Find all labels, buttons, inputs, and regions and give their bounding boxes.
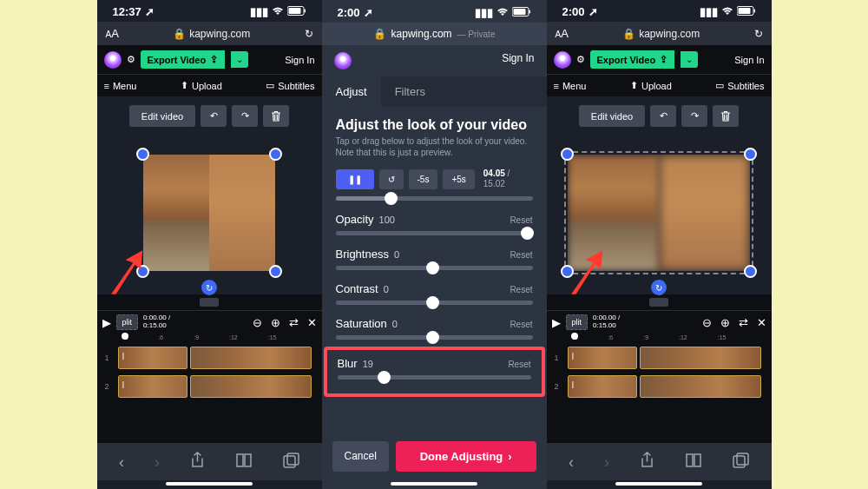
clip-2b[interactable] [190, 375, 312, 398]
sign-in-link[interactable]: Sign In [502, 52, 534, 69]
clip-2[interactable]: I [568, 375, 637, 398]
seek-thumb[interactable] [385, 192, 398, 205]
export-video-button[interactable]: Export Video⇪ [590, 50, 675, 69]
resize-handle-br[interactable] [744, 265, 757, 278]
export-dropdown[interactable]: ⌄ [681, 51, 698, 68]
zoom-out-icon[interactable]: ⊖ [702, 316, 712, 329]
clip-1[interactable]: I [118, 347, 187, 369]
reload-icon[interactable]: ↻ [754, 28, 763, 40]
edit-video-button[interactable]: Edit video [129, 105, 195, 127]
seek-slider[interactable] [336, 196, 533, 201]
resize-handle-br[interactable] [269, 265, 282, 278]
zoom-in-icon[interactable]: ⊕ [271, 316, 280, 329]
avatar[interactable] [104, 51, 122, 69]
reload-icon[interactable]: ↻ [305, 28, 313, 40]
share-icon[interactable] [640, 452, 654, 473]
share-icon[interactable] [190, 452, 205, 473]
text-size-control[interactable]: AA [556, 27, 569, 40]
timeline-ruler[interactable]: :3:6:9:12:15 [547, 334, 772, 341]
tab-filters[interactable]: Filters [381, 76, 439, 107]
canvas-area[interactable]: ↻ [547, 135, 772, 294]
text-size-control[interactable]: AA [106, 27, 119, 40]
bookmarks-icon[interactable] [685, 453, 702, 472]
reset-brightness[interactable]: Reset [510, 250, 532, 260]
sign-in-link[interactable]: Sign In [734, 55, 764, 65]
timeline-tracks[interactable]: 1 I 2 I [547, 341, 772, 406]
fit-icon[interactable]: ⇄ [289, 316, 299, 329]
back-icon[interactable]: ‹ [119, 453, 124, 472]
resize-handle-tr[interactable] [269, 148, 282, 161]
tab-adjust[interactable]: Adjust [322, 76, 381, 107]
clip-1[interactable]: I [568, 347, 637, 369]
pause-button[interactable]: ❚❚ [336, 169, 374, 189]
resize-handle-tr[interactable] [744, 148, 757, 161]
export-dropdown[interactable]: ⌄ [231, 51, 248, 68]
forward-icon[interactable]: › [155, 453, 160, 472]
saturation-thumb[interactable] [426, 331, 439, 344]
delete-button[interactable] [713, 105, 739, 127]
close-timeline-icon[interactable]: ✕ [307, 316, 317, 329]
menu-button[interactable]: ≡ Menu [104, 80, 137, 91]
tabs-icon[interactable] [283, 453, 299, 473]
zoom-out-icon[interactable]: ⊖ [253, 316, 262, 329]
reset-blur[interactable]: Reset [508, 360, 530, 369]
upload-button[interactable]: ⬆ Upload [630, 80, 672, 91]
edit-video-button[interactable]: Edit video [579, 105, 645, 127]
canvas-area[interactable]: ↻ [97, 135, 322, 294]
export-video-button[interactable]: Export Video⇪ [141, 50, 226, 69]
resize-handle-bl[interactable] [561, 265, 574, 278]
play-button[interactable]: ▶ [552, 316, 561, 329]
timeline-ruler[interactable]: :3:6:9:12:15 [97, 334, 322, 341]
rotate-handle[interactable]: ↻ [201, 280, 217, 295]
video-clip-selected-blurred[interactable]: ↻ [568, 155, 750, 271]
playhead[interactable] [571, 333, 578, 340]
gear-icon[interactable]: ⚙ [576, 54, 585, 65]
blur-thumb[interactable] [378, 371, 391, 384]
clip-2[interactable]: I [118, 375, 187, 398]
clip-2b[interactable] [640, 375, 761, 398]
reset-contrast[interactable]: Reset [510, 285, 532, 294]
contrast-thumb[interactable] [426, 296, 439, 309]
undo-button[interactable]: ↶ [201, 105, 227, 127]
plus-5s-button[interactable]: +5s [443, 169, 474, 189]
reset-opacity[interactable]: Reset [510, 215, 532, 225]
clip-1b[interactable] [190, 347, 312, 369]
bookmarks-icon[interactable] [235, 453, 253, 472]
clip-1b[interactable] [640, 347, 761, 369]
undo-button[interactable]: ↶ [650, 105, 676, 127]
split-button[interactable]: plit [566, 314, 589, 330]
sign-in-link[interactable]: Sign In [285, 55, 314, 65]
subtitles-button[interactable]: ▭ Subtitles [266, 80, 314, 91]
home-indicator[interactable] [615, 482, 702, 486]
subtitles-button[interactable]: ▭ Subtitles [715, 80, 764, 91]
done-adjusting-button[interactable]: Done Adjusting› [396, 441, 536, 472]
cancel-button[interactable]: Cancel [332, 441, 389, 472]
reset-saturation[interactable]: Reset [510, 320, 532, 329]
redo-button[interactable]: ↷ [681, 105, 707, 127]
rotate-handle[interactable]: ↻ [651, 280, 667, 295]
delete-button[interactable] [263, 105, 289, 127]
timeline-tracks[interactable]: 1 I 2 I [97, 341, 322, 406]
back-icon[interactable]: ‹ [569, 453, 574, 472]
close-timeline-icon[interactable]: ✕ [757, 316, 766, 329]
home-indicator[interactable] [391, 482, 477, 486]
split-button[interactable]: plit [116, 314, 139, 330]
avatar[interactable] [554, 51, 571, 69]
gear-icon[interactable]: ⚙ [127, 54, 135, 65]
resize-handle-bl[interactable] [136, 265, 149, 278]
avatar[interactable] [334, 52, 352, 69]
video-clip-selected[interactable]: ↻ [143, 155, 275, 271]
brightness-thumb[interactable] [426, 261, 439, 274]
home-indicator[interactable] [166, 482, 253, 486]
zoom-in-icon[interactable]: ⊕ [720, 316, 730, 329]
fit-icon[interactable]: ⇄ [739, 316, 748, 329]
redo-button[interactable]: ↷ [232, 105, 258, 127]
minus-5s-button[interactable]: -5s [409, 169, 438, 189]
menu-button[interactable]: ≡ Menu [554, 80, 587, 91]
play-button[interactable]: ▶ [102, 316, 111, 329]
tabs-icon[interactable] [733, 453, 749, 473]
forward-icon[interactable]: › [604, 453, 609, 472]
upload-button[interactable]: ⬆ Upload [181, 80, 222, 91]
restart-button[interactable]: ↺ [379, 169, 404, 189]
playhead[interactable] [122, 333, 128, 340]
